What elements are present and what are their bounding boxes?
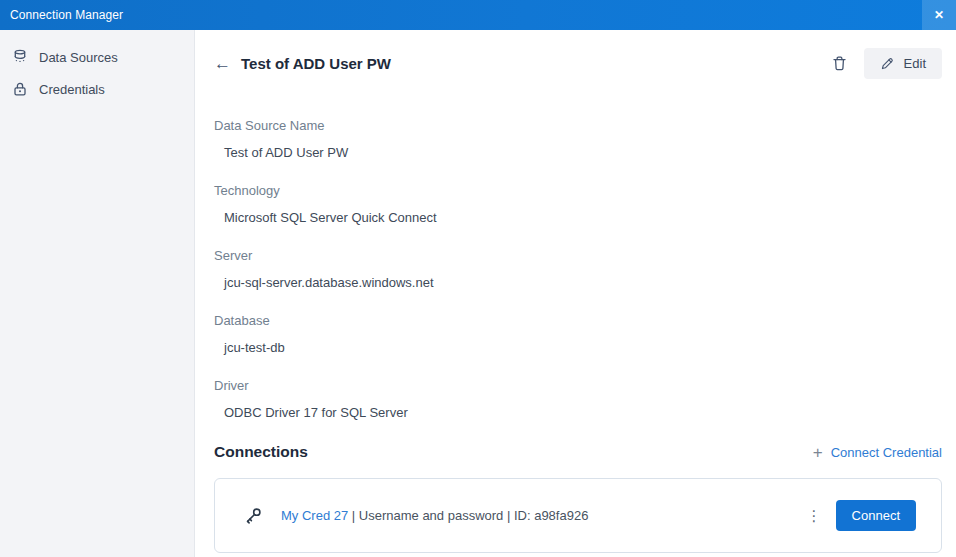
- page-title: Test of ADD User PW: [241, 55, 391, 72]
- pencil-icon: [880, 56, 895, 71]
- connections-header: Connections + Connect Credential: [214, 443, 942, 461]
- sidebar-item-credentials[interactable]: Credentials: [0, 73, 194, 105]
- field-label-data-source-name: Data Source Name: [214, 118, 942, 133]
- window-titlebar: Connection Manager ✕: [0, 0, 956, 30]
- sidebar-item-data-sources[interactable]: Data Sources: [0, 41, 194, 73]
- back-button[interactable]: ←: [214, 55, 231, 72]
- plus-icon: +: [813, 444, 823, 461]
- credential-summary: My Cred 27 | Username and password | ID:…: [281, 508, 588, 523]
- connections-heading: Connections: [214, 443, 308, 461]
- connect-credential-link[interactable]: + Connect Credential: [813, 444, 942, 461]
- detail-fields: Data Source Name Test of ADD User PW Tec…: [214, 118, 942, 420]
- field-value-technology: Microsoft SQL Server Quick Connect: [214, 210, 942, 225]
- sidebar-item-label: Credentials: [39, 82, 105, 97]
- field-label-server: Server: [214, 248, 942, 263]
- trash-icon: [831, 55, 848, 72]
- field-value-driver: ODBC Driver 17 for SQL Server: [214, 405, 942, 420]
- field-value-data-source-name: Test of ADD User PW: [214, 145, 942, 160]
- edit-button-label: Edit: [904, 56, 926, 71]
- credential-detail: | Username and password | ID: a98fa926: [348, 508, 588, 523]
- database-icon: [12, 49, 28, 65]
- sidebar-item-label: Data Sources: [39, 50, 118, 65]
- delete-button[interactable]: [827, 51, 852, 76]
- edit-button[interactable]: Edit: [864, 48, 942, 79]
- field-label-technology: Technology: [214, 183, 942, 198]
- field-value-database: jcu-test-db: [214, 340, 942, 355]
- credential-name-link[interactable]: My Cred 27: [281, 508, 348, 523]
- key-icon: [243, 506, 263, 526]
- connection-manager-window: Connection Manager ✕ Data S: [0, 0, 956, 557]
- main-content: ← Test of ADD User PW Edit: [195, 30, 956, 557]
- connect-button[interactable]: Connect: [836, 500, 916, 531]
- field-value-server: jcu-sql-server.database.windows.net: [214, 275, 942, 290]
- field-label-driver: Driver: [214, 378, 942, 393]
- close-icon[interactable]: ✕: [922, 0, 956, 30]
- page-header: ← Test of ADD User PW Edit: [214, 48, 942, 78]
- credential-card: My Cred 27 | Username and password | ID:…: [214, 478, 942, 553]
- kebab-menu-icon[interactable]: ⋮: [801, 504, 828, 527]
- sidebar: Data Sources Credentials: [0, 30, 195, 557]
- connect-credential-label: Connect Credential: [831, 445, 942, 460]
- field-label-database: Database: [214, 313, 942, 328]
- lock-icon: [12, 81, 28, 97]
- window-title: Connection Manager: [10, 8, 123, 22]
